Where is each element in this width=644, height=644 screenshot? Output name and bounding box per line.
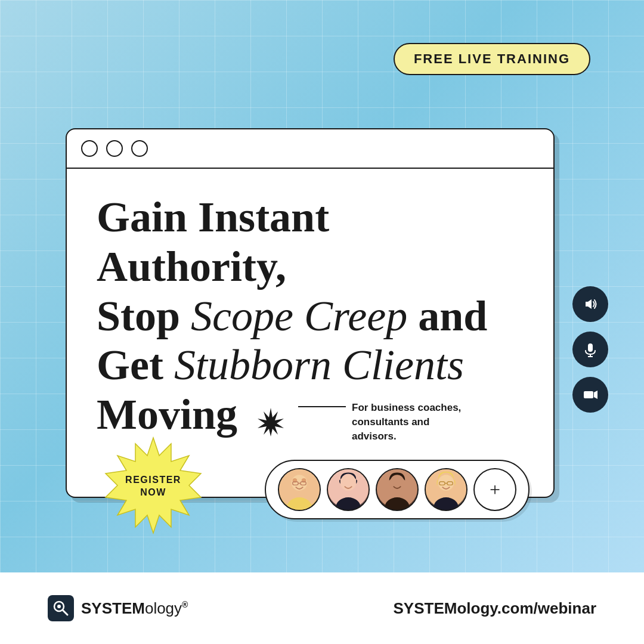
avatar-4 [425,468,467,511]
inline-starburst-icon [255,407,286,438]
browser-dot-3 [131,140,148,157]
free-live-training-badge[interactable]: FREE LIVE TRAINING [394,43,590,75]
register-line2: NOW [140,487,166,497]
avatar-2 [327,468,370,511]
avatar-3 [376,468,419,511]
right-icons-panel [572,286,608,413]
sound-icon[interactable] [572,286,608,322]
svg-marker-5 [594,391,597,399]
browser-dot-1 [81,140,98,157]
headline-line2-end: and [407,292,487,340]
headline-line3-normal: Get [97,341,174,389]
logo-light: ology [145,599,182,617]
headline-line2-normal: Stop [97,292,191,340]
browser-titlebar [67,129,553,169]
subline-description: For business coaches, consultants and ad… [352,401,471,443]
headline-moving: Moving [97,391,237,438]
attendee-pill: + [265,460,530,519]
register-now-text: REGISTER NOW [125,474,181,499]
logo-trademark: ® [182,600,188,609]
logo-icon [48,595,74,621]
svg-marker-6 [258,408,284,436]
headline-stubborn-clients: Stubborn Clients [174,341,464,389]
avatar-plus[interactable]: + [473,468,516,511]
video-icon[interactable] [572,377,608,413]
svg-rect-4 [584,391,593,398]
browser-dot-2 [106,140,123,157]
webinar-url[interactable]: SYSTEMology.com/webinar [394,599,596,618]
svg-point-29 [57,605,61,608]
svg-rect-1 [588,343,593,352]
headline-line1: Gain Instant Authority, [97,193,329,290]
main-headline: Gain Instant Authority, Stop Scope Creep… [97,193,524,443]
logo-bold: SYSTEM [81,599,145,617]
svg-line-30 [63,610,67,615]
headline-scope-creep: Scope Creep [191,292,407,340]
avatar-1 [278,468,321,511]
background: FREE LIVE TRAINING [0,0,644,644]
subline-group: For business coaches, consultants and ad… [298,401,471,443]
register-starburst[interactable]: REGISTER NOW [103,435,204,538]
svg-point-8 [292,475,307,490]
register-line1: REGISTER [125,475,181,485]
browser-card: Gain Instant Authority, Stop Scope Creep… [66,128,555,498]
logo-text: SYSTEMology® [81,599,188,618]
mic-icon[interactable] [572,332,608,367]
svg-point-22 [438,475,454,490]
svg-marker-0 [586,299,592,309]
bottom-bar: SYSTEMology® SYSTEMology.com/webinar [0,572,644,644]
logo-area: SYSTEMology® [48,595,188,621]
badge-label: FREE LIVE TRAINING [394,43,590,75]
subline-divider [298,406,346,407]
